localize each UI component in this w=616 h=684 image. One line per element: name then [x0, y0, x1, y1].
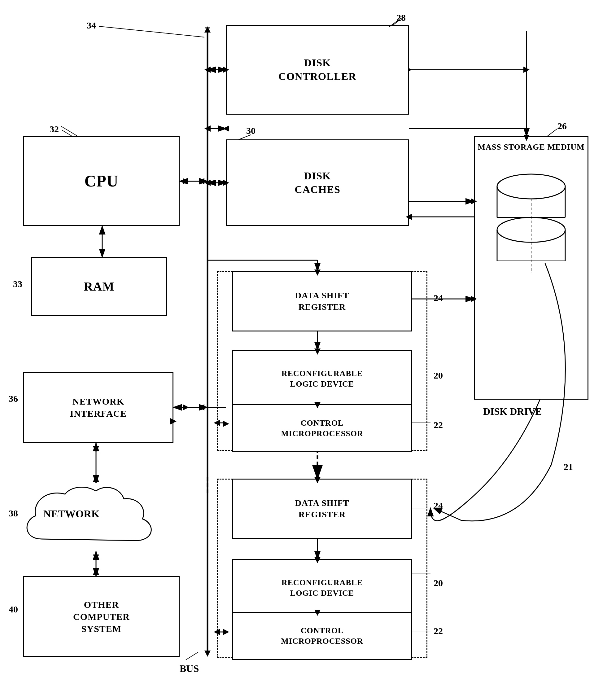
svg-marker-68	[198, 178, 204, 184]
ram-label: RAM	[84, 278, 115, 295]
dsr2-box: DATA SHIFT REGISTER	[232, 478, 412, 539]
disk-caches-label: DISK CACHES	[294, 169, 340, 196]
diagram: DISK CONTROLLER 28 CPU 32 DISK CACHES 30…	[0, 0, 616, 684]
svg-marker-70	[198, 404, 204, 410]
other-computer-label: OTHER COMPUTER SYSTEM	[73, 599, 130, 635]
ref-24b: 24	[434, 500, 443, 511]
bus-label: BUS	[180, 663, 199, 675]
mass-storage-label: MASS STORAGE MEDIUM	[478, 142, 585, 152]
cpu-label: CPU	[85, 171, 118, 192]
dsr1-box: DATA SHIFT REGISTER	[232, 271, 412, 332]
cpu-box: CPU	[23, 136, 180, 226]
cm1-box: CONTROL MICROPROCESSOR	[232, 404, 412, 452]
disk-drive-label: DISK DRIVE	[483, 406, 542, 417]
mass-storage-box: MASS STORAGE MEDIUM	[474, 136, 589, 400]
svg-marker-82	[93, 446, 99, 452]
svg-marker-83	[93, 475, 99, 482]
svg-marker-87	[204, 126, 211, 132]
ref-20b: 20	[434, 578, 443, 588]
other-computer-box: OTHER COMPUTER SYSTEM	[23, 576, 180, 657]
svg-marker-62	[204, 650, 211, 657]
ram-box: RAM	[31, 257, 167, 316]
dsr1-label: DATA SHIFT REGISTER	[295, 290, 349, 313]
cm2-label: CONTROL MICROPROCESSOR	[281, 625, 363, 646]
ref-28: 28	[396, 13, 406, 23]
ref-22b: 22	[434, 626, 443, 636]
network-interface-label: NETWORK INTERFACE	[70, 395, 127, 420]
svg-line-48	[61, 126, 77, 136]
cm2-box: CONTROL MICROPROCESSOR	[232, 612, 412, 660]
svg-line-60	[99, 26, 204, 37]
ref-40: 40	[9, 604, 18, 615]
ref-26: 26	[557, 121, 567, 131]
disk-controller-box: DISK CONTROLLER	[226, 25, 409, 114]
dsr2-label: DATA SHIFT REGISTER	[295, 497, 349, 520]
rld2-box: RECONFIGURABLE LOGIC DEVICE	[232, 559, 412, 617]
ref-20a: 20	[434, 370, 443, 381]
svg-marker-84	[93, 555, 99, 561]
ref-34: 34	[87, 20, 96, 31]
svg-marker-66	[204, 180, 211, 186]
disk-caches-box: DISK CACHES	[226, 140, 409, 226]
ref-33: 33	[13, 279, 22, 289]
ref-36: 36	[9, 393, 18, 404]
svg-marker-67	[183, 178, 189, 184]
ref-32: 32	[49, 124, 59, 134]
ref-22a: 22	[434, 420, 443, 430]
ref-21: 21	[564, 462, 573, 472]
network-label: NETWORK	[43, 508, 100, 520]
ref-38: 38	[9, 508, 18, 518]
rld2-label: RECONFIGURABLE LOGIC DEVICE	[282, 577, 363, 599]
ref-30: 30	[246, 126, 256, 136]
svg-marker-61	[204, 26, 211, 33]
svg-marker-77	[523, 67, 530, 73]
rld1-box: RECONFIGURABLE LOGIC DEVICE	[232, 350, 412, 407]
svg-marker-69	[183, 404, 189, 410]
ref-24a: 24	[434, 293, 443, 303]
svg-marker-20	[223, 126, 229, 132]
svg-marker-85	[93, 569, 99, 575]
cm1-label: CONTROL MICROPROCESSOR	[281, 418, 363, 439]
svg-line-46	[186, 652, 198, 660]
disk-controller-label: DISK CONTROLLER	[279, 56, 356, 83]
network-interface-box: NETWORK INTERFACE	[23, 372, 173, 443]
svg-marker-64	[204, 67, 211, 73]
svg-point-49	[497, 174, 565, 199]
rld1-label: RECONFIGURABLE LOGIC DEVICE	[282, 368, 363, 389]
